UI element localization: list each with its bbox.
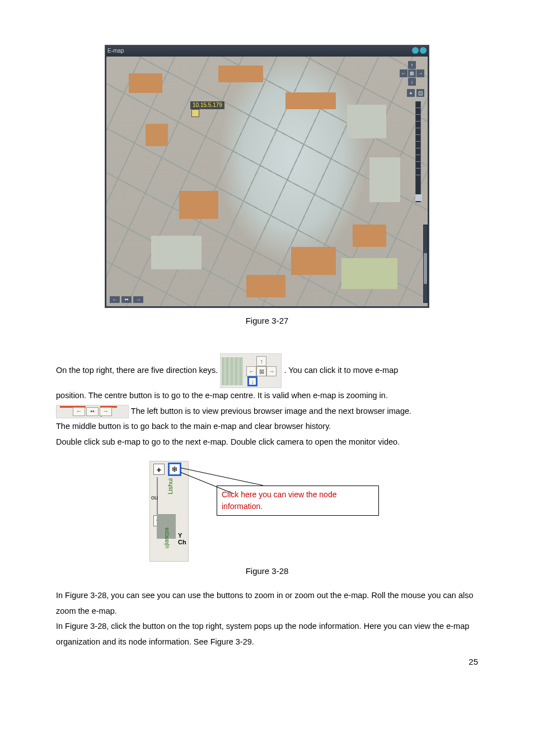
- fig28-callout: Click here you can view the node informa…: [217, 486, 379, 516]
- dir-right-button[interactable]: →: [416, 69, 424, 77]
- paragraph-3: ← •• → The left button is to view previo…: [56, 404, 478, 419]
- fig28-label-ujiancpa: ujiancpa: [163, 528, 170, 548]
- inline-direction-keys-image: ↑ ← ⊠ → ↓: [220, 353, 282, 388]
- scrollbar-thumb[interactable]: [424, 253, 427, 284]
- inline-nav-home-icon: ••: [86, 407, 99, 416]
- fig28-text-ou: ou: [151, 494, 158, 501]
- zoom-in-icon: +: [153, 464, 165, 475]
- map-ip-label: 10.15.5.179: [190, 101, 224, 109]
- figure-caption-28: Figure 3-28: [56, 566, 478, 576]
- dir-down-button[interactable]: ↓: [408, 78, 416, 86]
- zoom-slider-thumb[interactable]: [415, 194, 422, 201]
- paragraph-2: position. The centre button is to go to …: [56, 388, 478, 404]
- figure-3-28: + ❄ Lishui ou − ujiancpa YCh Click here …: [149, 461, 385, 562]
- inline-dir-center-icon: ⊠: [256, 366, 266, 376]
- fig28-strip: + ❄ Lishui ou − ujiancpa YCh: [149, 461, 189, 562]
- p1a-text: On the top right, there are five directi…: [56, 366, 220, 375]
- direction-keypad: ↑ ← ⊠ → ↓: [400, 61, 424, 86]
- zoom-cluster: + ⊡: [407, 89, 424, 97]
- zoom-extent-button[interactable]: ⊡: [416, 89, 424, 97]
- browser-home-button[interactable]: ••: [121, 296, 132, 303]
- dir-up-button[interactable]: ↑: [408, 61, 416, 69]
- zoom-slider[interactable]: [415, 101, 421, 202]
- window-min-icon[interactable]: [412, 47, 419, 54]
- inline-dir-right-icon: →: [266, 366, 277, 376]
- emap-body: 10.15.5.179 ↑ ← ⊠ → ↓ + ⊡: [105, 55, 429, 307]
- p3-text: The left button is to view previous brow…: [131, 407, 411, 416]
- node-info-button-icon: ❄: [168, 463, 181, 476]
- fig28-label-lishui: Lishui: [167, 477, 174, 496]
- paragraph-6: In Figure 3-28, you can see you can use …: [56, 588, 478, 619]
- browser-prev-button[interactable]: ←: [110, 296, 120, 303]
- emap-title: E-map: [107, 48, 124, 54]
- p1b-text: . You can click it to move e-map: [284, 366, 398, 375]
- inline-nav-next-icon: →: [100, 407, 112, 416]
- dir-left-button[interactable]: ←: [400, 69, 407, 77]
- inline-dir-up-icon: ↑: [256, 356, 266, 366]
- paragraph-1: On the top right, there are five directi…: [56, 353, 478, 388]
- paragraph-4: The middle button is to go back to the m…: [56, 419, 478, 435]
- window-close-icon[interactable]: [420, 47, 427, 54]
- page-number: 25: [469, 657, 478, 666]
- inline-dir-down-highlight-icon: ↓: [247, 376, 257, 386]
- figure-caption-27: Figure 3-27: [56, 316, 478, 325]
- fig28-text-ych: YCh: [178, 532, 186, 545]
- paragraph-7: In Figure 3-28, click the button on the …: [56, 619, 478, 650]
- vertical-scrollbar[interactable]: [423, 225, 428, 303]
- inline-nav-prev-icon: ←: [73, 407, 85, 416]
- emap-titlebar: E-map: [105, 45, 429, 55]
- paragraph-5: Double click sub e-map to go to the next…: [56, 435, 478, 450]
- emap-window: E-map 10.15.5.179: [105, 45, 429, 308]
- inline-browser-nav-image: ← •• →: [56, 405, 129, 418]
- zoom-in-button[interactable]: +: [407, 89, 415, 97]
- browser-nav: ← •• →: [110, 296, 143, 303]
- browser-next-button[interactable]: →: [133, 296, 143, 303]
- map-canvas[interactable]: 10.15.5.179: [106, 57, 428, 306]
- dir-center-button[interactable]: ⊠: [408, 69, 416, 77]
- inline-dir-left-icon: ←: [246, 366, 256, 376]
- map-camera-pin-icon[interactable]: [191, 109, 199, 117]
